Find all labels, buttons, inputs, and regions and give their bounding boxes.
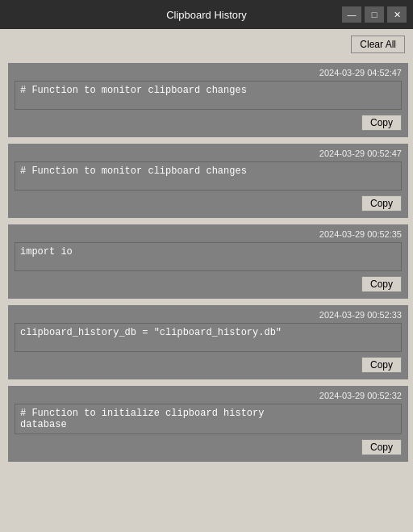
minimize-button[interactable]: — [342, 6, 361, 23]
item-actions: Copy [15, 439, 402, 455]
copy-button[interactable]: Copy [361, 439, 402, 455]
item-actions: Copy [15, 195, 402, 212]
item-timestamp: 2024-03-29 04:52:47 [15, 68, 402, 77]
item-actions: Copy [15, 115, 402, 131]
item-content: clipboard_history_db = "clipboard_histor… [15, 323, 402, 352]
clipboard-item: 2024-03-29 04:52:47# Function to monitor… [8, 63, 408, 137]
item-content: # Function to monitor clipboard changes [15, 161, 402, 191]
copy-button[interactable]: Copy [361, 276, 402, 292]
item-content: import io [15, 242, 402, 271]
clipboard-item: 2024-03-29 00:52:32# Function to initial… [8, 386, 408, 462]
item-timestamp: 2024-03-29 00:52:35 [15, 229, 402, 239]
item-content: # Function to initialize clipboard histo… [15, 404, 402, 434]
copy-button[interactable]: Copy [361, 357, 402, 373]
clipboard-item: 2024-03-29 00:52:47# Function to monitor… [8, 144, 408, 218]
item-timestamp: 2024-03-29 00:52:32 [15, 391, 402, 400]
item-timestamp: 2024-03-29 00:52:47 [15, 149, 402, 158]
maximize-button[interactable]: □ [365, 6, 384, 23]
item-actions: Copy [15, 276, 402, 292]
window-title: Clipboard History [71, 9, 342, 21]
clipboard-list: 2024-03-29 04:52:47# Function to monitor… [0, 60, 413, 532]
item-timestamp: 2024-03-29 00:52:33 [15, 310, 402, 320]
clipboard-item: 2024-03-29 00:52:35import ioCopy [8, 224, 408, 299]
window-controls: — □ ✕ [342, 6, 407, 23]
item-actions: Copy [15, 357, 402, 373]
copy-button[interactable]: Copy [361, 115, 402, 131]
copy-button[interactable]: Copy [361, 195, 402, 212]
clipboard-item: 2024-03-29 00:52:33clipboard_history_db … [8, 305, 408, 379]
title-bar: Clipboard History — □ ✕ [0, 0, 413, 29]
clear-all-button[interactable]: Clear All [351, 36, 405, 53]
toolbar: Clear All [0, 29, 413, 60]
item-content: # Function to monitor clipboard changes [15, 81, 402, 110]
close-button[interactable]: ✕ [387, 6, 407, 23]
